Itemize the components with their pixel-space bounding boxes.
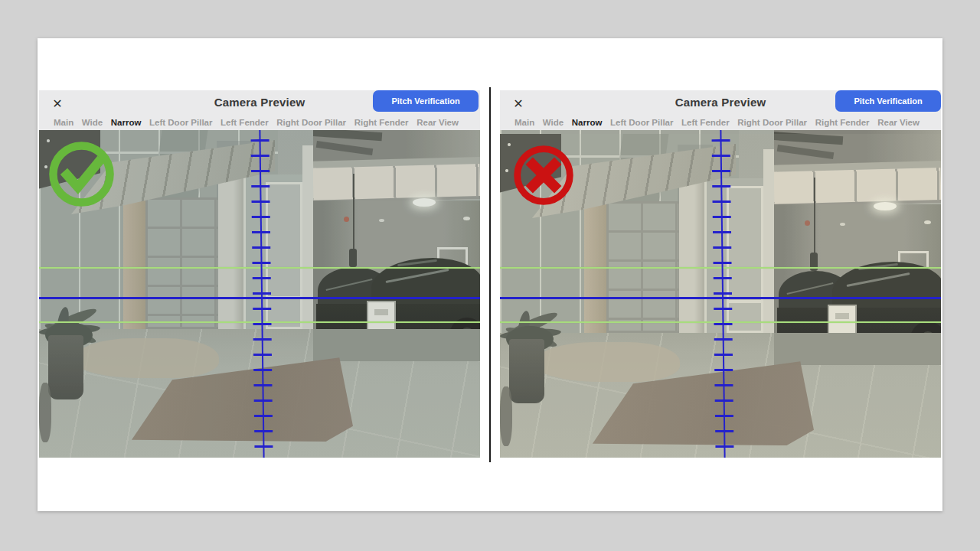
camera-tab-bar: Main Wide Narrow Left Door Pillar Left F… [500, 116, 941, 129]
pitch-verification-button[interactable]: Pitch Verification [835, 90, 941, 112]
tab-right-door-pillar[interactable]: Right Door Pillar [737, 118, 807, 127]
tab-right-door-pillar[interactable]: Right Door Pillar [276, 118, 346, 127]
camera-preview-panel-fail: ✕ Camera Preview Pitch Verification Main… [500, 90, 941, 458]
garage-photo [39, 130, 480, 458]
tab-main[interactable]: Main [514, 118, 534, 127]
panel-header: ✕ Camera Preview Pitch Verification Main… [500, 90, 941, 130]
tab-left-door-pillar[interactable]: Left Door Pillar [610, 118, 673, 127]
tab-left-door-pillar[interactable]: Left Door Pillar [149, 118, 212, 127]
camera-image [39, 130, 480, 458]
camera-tab-bar: Main Wide Narrow Left Door Pillar Left F… [39, 116, 480, 129]
camera-preview-panel-pass: ✕ Camera Preview Pitch Verification Main… [39, 90, 480, 458]
camera-image [500, 130, 941, 458]
tab-rear-view[interactable]: Rear View [416, 118, 459, 127]
pitch-verification-button[interactable]: Pitch Verification [373, 90, 479, 112]
tab-left-fender[interactable]: Left Fender [220, 118, 269, 127]
tab-wide[interactable]: Wide [82, 118, 103, 127]
panel-header: ✕ Camera Preview Pitch Verification Main… [39, 90, 480, 130]
tab-rear-view[interactable]: Rear View [877, 118, 920, 127]
garage-photo [500, 134, 941, 458]
photo-tint-overlay [500, 134, 941, 458]
tab-main[interactable]: Main [54, 118, 74, 127]
tab-right-fender[interactable]: Right Fender [815, 118, 870, 127]
photo-tint-overlay [39, 130, 480, 458]
panel-divider [489, 87, 491, 462]
tab-left-fender[interactable]: Left Fender [681, 118, 730, 127]
tab-wide[interactable]: Wide [543, 118, 564, 127]
tab-narrow[interactable]: Narrow [111, 118, 142, 127]
tab-narrow[interactable]: Narrow [572, 118, 603, 127]
tab-right-fender[interactable]: Right Fender [354, 118, 409, 127]
